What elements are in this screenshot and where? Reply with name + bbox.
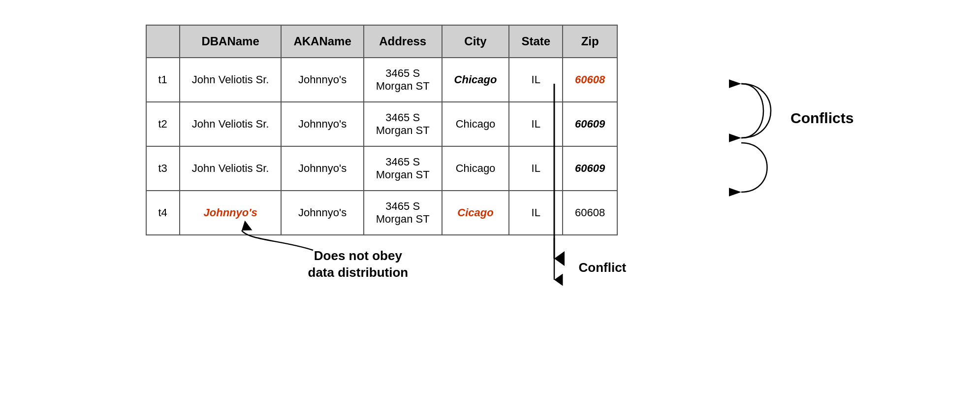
main-container: DBAName AKAName Address City State Zip t… [146,25,835,324]
city-t1: Chicago [442,58,509,102]
address-t2: 3465 SMorgan ST [364,102,442,146]
dbaname-t1: John Veliotis Sr. [180,58,282,102]
address-t1: 3465 SMorgan ST [364,58,442,102]
state-t1: IL [509,58,563,102]
akaname-t1: Johnnyo's [281,58,363,102]
header-row: DBAName AKAName Address City State Zip [146,25,618,58]
akaname-t2: Johnnyo's [281,102,363,146]
col-header-city: City [442,25,509,58]
col-header-dbaname: DBAName [180,25,282,58]
col-header-rowid [146,25,180,58]
table-row: t2 John Veliotis Sr. Johnnyo's 3465 SMor… [146,102,618,146]
address-t3: 3465 SMorgan ST [364,146,442,191]
state-t3: IL [509,146,563,191]
col-header-akaname: AKAName [281,25,363,58]
akaname-t4: Johnnyo's [281,191,363,235]
dbaname-t4: Johnnyo's [180,191,282,235]
zip-t2: 60609 [563,102,617,146]
col-header-address: Address [364,25,442,58]
bottom-annotations: Does not obeydata distribution Conflict [146,235,835,324]
row-id-t2: t2 [146,102,180,146]
city-t4: Cicago [442,191,509,235]
state-t4: IL [509,191,563,235]
row-id-t1: t1 [146,58,180,102]
akaname-t3: Johnnyo's [281,146,363,191]
state-t2: IL [509,102,563,146]
bottom-arrows-svg [146,235,835,324]
zip-t1: 60608 [563,58,617,102]
row-id-t3: t3 [146,146,180,191]
row-id-t4: t4 [146,191,180,235]
svg-text:Conflicts: Conflicts [790,110,854,126]
zip-t3: 60609 [563,146,617,191]
address-t4: 3465 SMorgan ST [364,191,442,235]
dbaname-t3: John Veliotis Sr. [180,146,282,191]
col-header-zip: Zip [563,25,617,58]
table-conflicts-wrapper: DBAName AKAName Address City State Zip t… [146,25,618,235]
table-row: t4 Johnnyo's Johnnyo's 3465 SMorgan ST C… [146,191,618,235]
table-row: t3 John Veliotis Sr. Johnnyo's 3465 SMor… [146,146,618,191]
city-t2: Chicago [442,102,509,146]
col-header-state: State [509,25,563,58]
city-t3: Chicago [442,146,509,191]
table-row: t1 John Veliotis Sr. Johnnyo's 3465 SMor… [146,58,618,102]
zip-t4: 60608 [563,191,617,235]
annotation-does-not-obey: Does not obeydata distribution [308,248,409,281]
annotation-conflict: Conflict [579,260,627,275]
dbaname-t2: John Veliotis Sr. [180,102,282,146]
data-table: DBAName AKAName Address City State Zip t… [146,25,618,235]
